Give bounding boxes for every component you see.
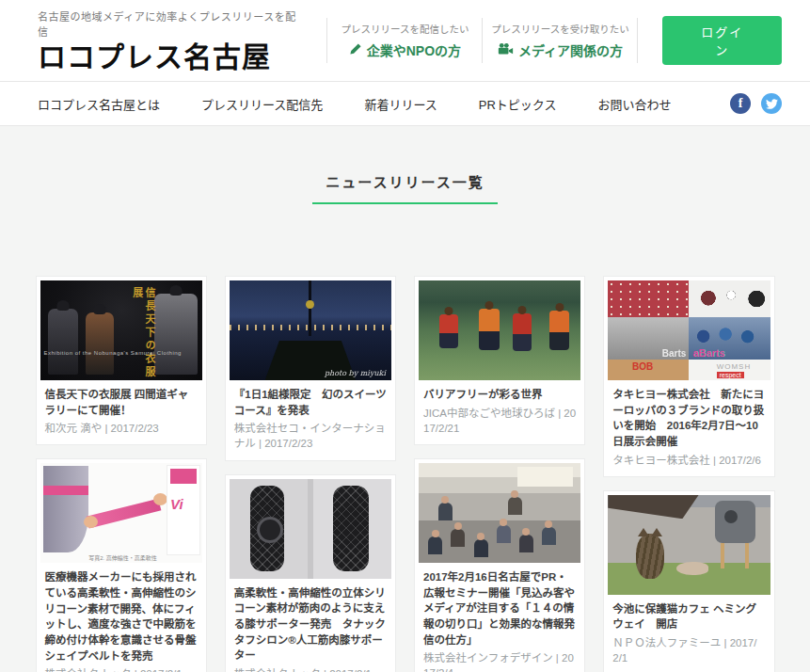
social-links: f xyxy=(730,93,782,114)
art-shape xyxy=(87,499,162,529)
news-card-sweets-course[interactable]: photo by miyuki 『1日1組様限定 幻のスイーツコース』を発表 株… xyxy=(225,276,396,461)
twitter-icon[interactable] xyxy=(761,93,782,114)
site-header: 名古屋の地域メディアに効率よくプレスリリースを配信 ロコプレス名古屋 プレスリリ… xyxy=(0,0,810,81)
nav-item-distribution[interactable]: プレスリリース配信先 xyxy=(201,95,323,113)
movie-camera-icon xyxy=(498,42,514,58)
art-shape xyxy=(519,535,533,552)
news-thumbnail xyxy=(419,463,580,563)
cta-receive-press-release[interactable]: プレスリリースを受け取りたい メディア関係の方 xyxy=(483,22,637,59)
news-card-samurai-exhibit[interactable]: 信長天下の衣服展 Exhibition of the Nobunaga's Sa… xyxy=(36,276,207,445)
cta-publish-caption: プレスリリースを配信したい xyxy=(327,22,482,36)
news-source: 株式会社タナック xyxy=(234,668,321,672)
news-title: 2017年2月16日名古屋でPR・広報セミナー開催「見込み客やメディアが注目する… xyxy=(423,569,576,648)
art-shape xyxy=(721,543,724,569)
news-meta: 株式会社セコ・インターナショナル | 2017/2/23 xyxy=(234,421,387,451)
login-button[interactable]: ログイン xyxy=(662,16,782,65)
news-date: 2017/2/6 xyxy=(719,455,761,466)
art-shape xyxy=(43,486,88,495)
art-shape xyxy=(542,527,556,545)
news-title: 医療機器メーカーにも採用されている高柔軟性・高伸縮性のシリコーン素材で開発、体に… xyxy=(45,569,198,664)
photo-credit-text: photo by miyuki xyxy=(325,369,386,377)
thumbnail-caption: 写真2. 高伸縮性・高柔軟性 xyxy=(88,553,157,562)
art-shape xyxy=(250,486,284,571)
news-card-pelvis-belt[interactable]: 写真2. 高伸縮性・高柔軟性 医療機器メーカーにも採用されている高柔軟性・高伸縮… xyxy=(36,458,207,672)
meta-separator: | xyxy=(558,408,561,419)
art-shape xyxy=(479,309,500,350)
meta-separator: | xyxy=(104,423,107,434)
meta-separator: | xyxy=(135,668,137,672)
news-card-cat-cafe[interactable]: 今池に保護猫カフェ ヘミングウェイ 開店 ＮＰＯ法人ファミーユ | 2017/2… xyxy=(603,490,774,672)
brand-label: WOMSH xyxy=(717,362,752,371)
news-thumbnail: Barts aBarts BOB WOMSH respect xyxy=(608,280,770,380)
news-source: ＮＰＯ法人ファミーユ xyxy=(612,637,721,648)
meta-separator: | xyxy=(713,455,716,466)
nav-item-contact[interactable]: お問い合わせ xyxy=(597,95,671,113)
art-shape xyxy=(608,280,689,317)
news-thumbnail xyxy=(419,280,580,380)
news-date: 2017/2/23 xyxy=(111,423,159,434)
meta-separator: | xyxy=(324,668,326,672)
brand-label: Barts xyxy=(662,348,687,359)
news-title: タキヒヨー株式会社 新たにヨーロッパの３ブランドの取り扱いを開始 2016年2月… xyxy=(612,387,765,450)
art-shape xyxy=(86,312,114,375)
cta-publish-press-release[interactable]: プレスリリースを配信したい 企業やNPOの方 xyxy=(327,22,482,59)
pencil-icon xyxy=(349,42,362,58)
site-logo-text: ロコプレス名古屋 xyxy=(38,42,300,72)
art-shape xyxy=(84,516,98,528)
art-shape: Barts xyxy=(608,317,689,360)
art-shape xyxy=(428,536,442,554)
cta-receive-caption: プレスリリースを受け取りたい xyxy=(483,22,637,36)
news-card-knee-supporter[interactable]: 高柔軟性・高伸縮性の立体シリコーン素材が筋肉のように支える膝サポーター発売 タナ… xyxy=(225,474,396,672)
grid-column: Barts aBarts BOB WOMSH respect タキヒヨー株式会社… xyxy=(603,276,774,672)
grid-column: バリアフリーが彩る世界 JICA中部なごや地球ひろば | 2017/2/21 xyxy=(414,276,585,672)
news-card-barrier-free[interactable]: バリアフリーが彩る世界 JICA中部なごや地球ひろば | 2017/2/21 xyxy=(414,276,585,445)
art-shape xyxy=(689,280,770,317)
news-meta: 株式会社タナック | 2017/2/1 xyxy=(234,666,387,672)
art-shape xyxy=(636,534,664,579)
news-thumbnail: 信長天下の衣服展 Exhibition of the Nobunaga's Sa… xyxy=(40,280,202,380)
news-source: 株式会社インフォデザイン xyxy=(423,652,553,664)
art-shape xyxy=(513,313,532,351)
news-source: タキヒヨー株式会社 xyxy=(612,455,710,466)
site-logo[interactable]: 名古屋の地域メディアに効率よくプレスリリースを配信 ロコプレス名古屋 xyxy=(38,8,300,72)
grid-column: 信長天下の衣服展 Exhibition of the Nobunaga's Sa… xyxy=(36,276,207,672)
meta-separator: | xyxy=(259,438,262,449)
news-title: 今池に保護猫カフェ ヘミングウェイ 開店 xyxy=(612,601,765,632)
art-shape xyxy=(48,309,78,375)
nav-item-new-releases[interactable]: 新着リリース xyxy=(364,95,437,113)
nav-item-about[interactable]: ロコプレス名古屋とは xyxy=(38,95,160,113)
art-shape xyxy=(451,529,465,547)
news-date: 2017/2/1 xyxy=(329,668,372,672)
art-shape xyxy=(333,486,369,571)
news-title: 高柔軟性・高伸縮性の立体シリコーン素材が筋肉のように支える膝サポーター発売 タナ… xyxy=(234,585,387,664)
art-shape xyxy=(154,294,198,375)
news-thumbnail: 写真2. 高伸縮性・高柔軟性 xyxy=(40,463,202,563)
news-thumbnail xyxy=(608,495,770,595)
news-meta: 株式会社インフォデザイン | 2017/2/4 xyxy=(423,650,576,672)
brand-label: BOB xyxy=(632,361,653,372)
news-card-takihyo-brands[interactable]: Barts aBarts BOB WOMSH respect タキヒヨー株式会社… xyxy=(603,276,774,477)
news-meta: タキヒヨー株式会社 | 2017/2/6 xyxy=(612,453,765,468)
main-content: ニュースリリース一覧 信長天下の衣服展 Exhibition of the No… xyxy=(0,126,810,672)
news-title: 信長天下の衣服展 四間道ギャラリーにて開催！ xyxy=(45,387,198,418)
art-shape xyxy=(676,562,708,575)
grid-column: photo by miyuki 『1日1組様限定 幻のスイーツコース』を発表 株… xyxy=(225,276,396,672)
news-meta: JICA中部なごや地球ひろば | 2017/2/21 xyxy=(423,406,576,436)
page-title: ニュースリリース一覧 xyxy=(0,160,810,204)
meta-separator: | xyxy=(723,637,726,648)
news-meta: ＮＰＯ法人ファミーユ | 2017/2/1 xyxy=(612,635,765,665)
art-shape: aBarts xyxy=(689,317,770,360)
news-date: 2017/2/1 xyxy=(140,668,183,672)
art-shape xyxy=(497,525,511,543)
news-thumbnail: photo by miyuki xyxy=(230,280,391,380)
news-card-pr-seminar[interactable]: 2017年2月16日名古屋でPR・広報セミナー開催「見込み客やメディアが注目する… xyxy=(414,458,585,672)
news-source: 和次元 滴や xyxy=(45,423,103,434)
main-nav: ロコプレス名古屋とは プレスリリース配信先 新着リリース PRトピックス お問い… xyxy=(0,81,810,126)
art-shape xyxy=(508,497,522,515)
nav-item-pr-topics[interactable]: PRトピックス xyxy=(479,95,557,113)
header-divider xyxy=(637,18,638,63)
facebook-icon[interactable]: f xyxy=(730,93,751,114)
art-shape xyxy=(438,503,453,520)
art-shape xyxy=(608,495,698,519)
thumbnail-overlay-text: 信長天下の衣服展 xyxy=(131,287,155,380)
